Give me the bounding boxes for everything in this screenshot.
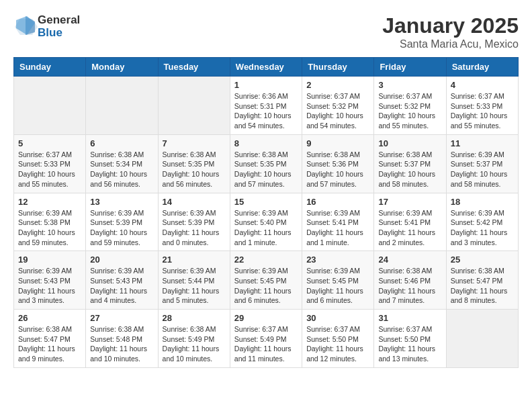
- day-number: 24: [378, 255, 441, 265]
- weekday-header-sunday: Sunday: [14, 58, 86, 77]
- logo-icon: [13, 13, 38, 38]
- calendar-cell: 17Sunrise: 6:39 AM Sunset: 5:41 PM Dayli…: [374, 193, 446, 251]
- calendar-cell: 30Sunrise: 6:37 AM Sunset: 5:50 PM Dayli…: [302, 310, 374, 368]
- calendar-cell: [446, 310, 518, 368]
- day-info: Sunrise: 6:39 AM Sunset: 5:41 PM Dayligh…: [306, 208, 369, 248]
- day-number: 10: [378, 138, 441, 148]
- calendar-week-row: 26Sunrise: 6:38 AM Sunset: 5:47 PM Dayli…: [14, 310, 519, 368]
- calendar-cell: 24Sunrise: 6:38 AM Sunset: 5:46 PM Dayli…: [374, 251, 446, 310]
- calendar-cell: 25Sunrise: 6:38 AM Sunset: 5:47 PM Dayli…: [446, 251, 518, 310]
- day-info: Sunrise: 6:38 AM Sunset: 5:37 PM Dayligh…: [378, 150, 441, 189]
- day-number: 27: [90, 313, 153, 323]
- day-info: Sunrise: 6:37 AM Sunset: 5:50 PM Dayligh…: [306, 324, 369, 364]
- calendar-cell: 8Sunrise: 6:38 AM Sunset: 5:35 PM Daylig…: [230, 134, 302, 193]
- day-number: 23: [306, 255, 369, 265]
- day-number: 5: [18, 138, 81, 148]
- day-number: 16: [306, 197, 369, 207]
- calendar-cell: 1Sunrise: 6:36 AM Sunset: 5:31 PM Daylig…: [230, 77, 302, 135]
- day-info: Sunrise: 6:39 AM Sunset: 5:38 PM Dayligh…: [18, 208, 81, 248]
- day-info: Sunrise: 6:38 AM Sunset: 5:48 PM Dayligh…: [90, 324, 153, 364]
- calendar-cell: 13Sunrise: 6:39 AM Sunset: 5:39 PM Dayli…: [86, 193, 158, 251]
- day-info: Sunrise: 6:39 AM Sunset: 5:39 PM Dayligh…: [90, 208, 153, 248]
- calendar-cell: 5Sunrise: 6:37 AM Sunset: 5:33 PM Daylig…: [14, 134, 86, 193]
- day-info: Sunrise: 6:39 AM Sunset: 5:39 PM Dayligh…: [163, 208, 226, 248]
- calendar-cell: [86, 77, 158, 135]
- day-number: 30: [306, 313, 369, 323]
- day-number: 12: [18, 197, 81, 207]
- day-info: Sunrise: 6:37 AM Sunset: 5:32 PM Dayligh…: [306, 91, 369, 131]
- day-number: 7: [163, 138, 226, 148]
- calendar-cell: 18Sunrise: 6:39 AM Sunset: 5:42 PM Dayli…: [446, 193, 518, 251]
- day-info: Sunrise: 6:38 AM Sunset: 5:46 PM Dayligh…: [378, 266, 441, 306]
- weekday-header-friday: Friday: [374, 58, 446, 77]
- logo-blue: Blue: [38, 27, 80, 40]
- day-info: Sunrise: 6:39 AM Sunset: 5:37 PM Dayligh…: [451, 150, 514, 189]
- calendar-cell: 29Sunrise: 6:37 AM Sunset: 5:49 PM Dayli…: [230, 310, 302, 368]
- day-number: 13: [90, 197, 153, 207]
- title-block: January 2025 Santa Maria Acu, Mexico: [382, 13, 519, 50]
- calendar-cell: 7Sunrise: 6:38 AM Sunset: 5:35 PM Daylig…: [158, 134, 230, 193]
- day-number: 17: [378, 197, 441, 207]
- day-number: 20: [90, 255, 153, 265]
- day-info: Sunrise: 6:38 AM Sunset: 5:35 PM Dayligh…: [234, 150, 298, 189]
- day-number: 9: [306, 138, 369, 148]
- day-info: Sunrise: 6:39 AM Sunset: 5:43 PM Dayligh…: [90, 266, 153, 306]
- calendar-cell: 23Sunrise: 6:39 AM Sunset: 5:45 PM Dayli…: [302, 251, 374, 310]
- calendar-week-row: 12Sunrise: 6:39 AM Sunset: 5:38 PM Dayli…: [14, 193, 519, 251]
- calendar-cell: [158, 77, 230, 135]
- day-number: 6: [90, 138, 153, 148]
- month-title: January 2025: [382, 13, 519, 38]
- day-number: 3: [378, 80, 441, 90]
- day-info: Sunrise: 6:37 AM Sunset: 5:49 PM Dayligh…: [234, 324, 298, 364]
- day-info: Sunrise: 6:39 AM Sunset: 5:42 PM Dayligh…: [451, 208, 514, 248]
- calendar-cell: 9Sunrise: 6:38 AM Sunset: 5:36 PM Daylig…: [302, 134, 374, 193]
- day-info: Sunrise: 6:38 AM Sunset: 5:49 PM Dayligh…: [163, 324, 226, 364]
- day-info: Sunrise: 6:38 AM Sunset: 5:47 PM Dayligh…: [451, 266, 514, 306]
- day-number: 1: [234, 80, 298, 90]
- day-info: Sunrise: 6:39 AM Sunset: 5:44 PM Dayligh…: [163, 266, 226, 306]
- day-info: Sunrise: 6:36 AM Sunset: 5:31 PM Dayligh…: [234, 91, 298, 131]
- weekday-header-monday: Monday: [86, 58, 158, 77]
- calendar-cell: 2Sunrise: 6:37 AM Sunset: 5:32 PM Daylig…: [302, 77, 374, 135]
- logo: General Blue: [13, 13, 80, 40]
- logo-general: General: [38, 14, 80, 27]
- calendar-cell: 21Sunrise: 6:39 AM Sunset: 5:44 PM Dayli…: [158, 251, 230, 310]
- day-info: Sunrise: 6:37 AM Sunset: 5:33 PM Dayligh…: [18, 150, 81, 189]
- day-number: 8: [234, 138, 298, 148]
- day-number: 19: [18, 255, 81, 265]
- day-number: 26: [18, 313, 81, 323]
- day-number: 11: [451, 138, 514, 148]
- calendar-cell: 3Sunrise: 6:37 AM Sunset: 5:32 PM Daylig…: [374, 77, 446, 135]
- day-info: Sunrise: 6:39 AM Sunset: 5:40 PM Dayligh…: [234, 208, 298, 248]
- calendar-cell: 10Sunrise: 6:38 AM Sunset: 5:37 PM Dayli…: [374, 134, 446, 193]
- day-info: Sunrise: 6:38 AM Sunset: 5:34 PM Dayligh…: [90, 150, 153, 189]
- day-info: Sunrise: 6:38 AM Sunset: 5:36 PM Dayligh…: [306, 150, 369, 189]
- calendar-cell: 6Sunrise: 6:38 AM Sunset: 5:34 PM Daylig…: [86, 134, 158, 193]
- weekday-header-row: SundayMondayTuesdayWednesdayThursdayFrid…: [14, 58, 519, 77]
- calendar-cell: 12Sunrise: 6:39 AM Sunset: 5:38 PM Dayli…: [14, 193, 86, 251]
- calendar-week-row: 19Sunrise: 6:39 AM Sunset: 5:43 PM Dayli…: [14, 251, 519, 310]
- calendar-cell: 22Sunrise: 6:39 AM Sunset: 5:45 PM Dayli…: [230, 251, 302, 310]
- calendar-cell: 4Sunrise: 6:37 AM Sunset: 5:33 PM Daylig…: [446, 77, 518, 135]
- day-number: 29: [234, 313, 298, 323]
- day-info: Sunrise: 6:37 AM Sunset: 5:33 PM Dayligh…: [451, 91, 514, 131]
- calendar-cell: 19Sunrise: 6:39 AM Sunset: 5:43 PM Dayli…: [14, 251, 86, 310]
- day-info: Sunrise: 6:37 AM Sunset: 5:32 PM Dayligh…: [378, 91, 441, 131]
- day-info: Sunrise: 6:38 AM Sunset: 5:35 PM Dayligh…: [163, 150, 226, 189]
- weekday-header-wednesday: Wednesday: [230, 58, 302, 77]
- calendar-week-row: 1Sunrise: 6:36 AM Sunset: 5:31 PM Daylig…: [14, 77, 519, 135]
- day-number: 31: [378, 313, 441, 323]
- day-number: 18: [451, 197, 514, 207]
- weekday-header-thursday: Thursday: [302, 58, 374, 77]
- calendar-cell: 14Sunrise: 6:39 AM Sunset: 5:39 PM Dayli…: [158, 193, 230, 251]
- day-number: 28: [163, 313, 226, 323]
- day-number: 15: [234, 197, 298, 207]
- calendar-table: SundayMondayTuesdayWednesdayThursdayFrid…: [13, 57, 519, 368]
- page-header: General Blue January 2025 Santa Maria Ac…: [13, 13, 519, 50]
- day-number: 25: [451, 255, 514, 265]
- day-number: 21: [163, 255, 226, 265]
- location-title: Santa Maria Acu, Mexico: [382, 38, 519, 50]
- weekday-header-tuesday: Tuesday: [158, 58, 230, 77]
- day-number: 22: [234, 255, 298, 265]
- day-number: 14: [163, 197, 226, 207]
